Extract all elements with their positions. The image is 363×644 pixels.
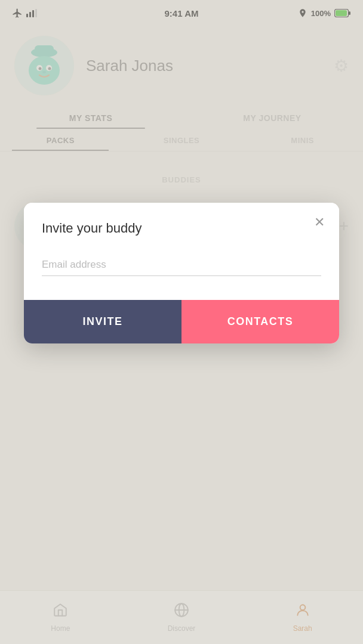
- modal-body: ✕ Invite your buddy: [24, 203, 339, 300]
- invite-buddy-modal: ✕ Invite your buddy INVITE CONTACTS: [24, 203, 339, 343]
- email-field[interactable]: [42, 254, 321, 276]
- email-input-container: [42, 254, 321, 276]
- modal-title: Invite your buddy: [42, 221, 321, 236]
- invite-button[interactable]: INVITE: [24, 300, 182, 343]
- modal-buttons: INVITE CONTACTS: [24, 300, 339, 343]
- contacts-button[interactable]: CONTACTS: [182, 300, 339, 343]
- close-icon[interactable]: ✕: [314, 216, 325, 229]
